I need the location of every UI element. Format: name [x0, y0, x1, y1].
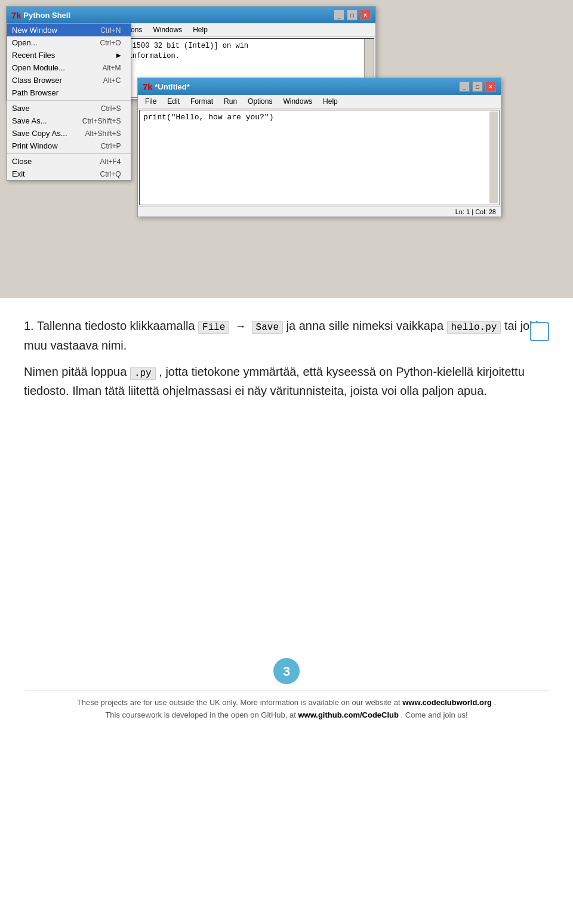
menu-print-window-shortcut: Ctrl+P — [101, 142, 121, 150]
menu-separator-2 — [7, 153, 131, 154]
footer-text-1: These projects are for use outside the U… — [77, 698, 401, 707]
content-area: 1. Tallenna tiedosto klikkaamalla File →… — [0, 298, 573, 746]
editor-window: 7k *Untitled* _ □ × File Edit Format Run… — [137, 78, 501, 217]
menu-close[interactable]: Close Alt+F4 — [7, 155, 131, 168]
file-code: File — [198, 321, 229, 334]
editor-menu-run[interactable]: Run — [219, 96, 242, 107]
page-number-area: 3 — [24, 658, 549, 684]
save-code: Save — [252, 321, 283, 334]
menu-close-shortcut: Alt+F4 — [100, 157, 121, 166]
para1-mid: ja anna sille nimeksi vaikkapa — [286, 319, 447, 332]
shell-minimize-btn[interactable]: _ — [334, 10, 344, 20]
editor-content[interactable]: print("Hello, how are you?") — [139, 110, 500, 205]
menu-save-copy-as-label: Save Copy As... — [12, 129, 67, 138]
shell-maximize-btn[interactable]: □ — [347, 10, 358, 20]
shell-close-btn[interactable]: × — [360, 10, 371, 20]
page-number: 3 — [273, 658, 300, 684]
editor-menu-windows[interactable]: Windows — [278, 96, 317, 107]
editor-tk-icon: 7k — [143, 82, 153, 92]
editor-titlebar: 7k *Untitled* _ □ × — [138, 78, 501, 95]
menu-save-as[interactable]: Save As... Ctrl+Shift+S — [7, 115, 131, 127]
menu-exit[interactable]: Exit Ctrl+Q — [7, 168, 131, 180]
file-dropdown-menu: New Window Ctrl+N Open... Ctrl+O Recent … — [7, 23, 131, 181]
menu-close-label: Close — [12, 157, 32, 166]
hello-py-code: hello.py — [447, 321, 501, 334]
paragraph-2: Nimen pitää loppua .py , jotta tietokone… — [24, 362, 549, 401]
footer-line-2: This coursework is developed in the open… — [36, 709, 537, 722]
editor-menu-file[interactable]: File — [140, 96, 161, 107]
arrow-span: → — [235, 320, 246, 332]
menu-path-browser[interactable]: Path Browser — [7, 86, 131, 99]
editor-code-line: print("Hello, how are you?") — [143, 113, 487, 122]
menu-open[interactable]: Open... Ctrl+O — [7, 36, 131, 49]
menu-recent-files[interactable]: Recent Files — [7, 49, 131, 61]
menu-path-browser-label: Path Browser — [12, 88, 58, 97]
menu-class-browser-label: Class Browser — [12, 76, 62, 85]
menu-print-window[interactable]: Print Window Ctrl+P — [7, 140, 131, 152]
menu-separator-1 — [7, 100, 131, 101]
menu-new-window-shortcut: Ctrl+N — [100, 26, 121, 35]
menu-class-browser-shortcut: Alt+C — [103, 76, 121, 85]
shell-menu-windows[interactable]: Windows — [148, 24, 187, 35]
menu-save-shortcut: Ctrl+S — [101, 104, 121, 113]
menu-save-as-label: Save As... — [12, 116, 47, 125]
editor-titlebar-controls: _ □ × — [459, 81, 496, 92]
para2-before: Nimen pitää loppua — [24, 365, 130, 378]
editor-menu-options[interactable]: Options — [243, 96, 277, 107]
editor-close-btn[interactable]: × — [485, 81, 496, 92]
shell-tk-icon: 7k — [11, 10, 21, 20]
paragraph-1: 1. Tallenna tiedosto klikkaamalla File →… — [24, 316, 549, 355]
editor-menu-help[interactable]: Help — [318, 96, 343, 107]
empty-area — [24, 407, 549, 634]
menu-open-label: Open... — [12, 38, 38, 47]
footer-text-2-end: . Come and join us! — [401, 710, 468, 719]
menu-open-module[interactable]: Open Module... Alt+M — [7, 61, 131, 74]
menu-new-window[interactable]: New Window Ctrl+N — [7, 24, 131, 36]
editor-maximize-btn[interactable]: □ — [472, 81, 483, 92]
menu-new-window-label: New Window — [12, 26, 57, 35]
footer-text-2: This coursework is developed in the open… — [105, 710, 295, 719]
menu-class-browser[interactable]: Class Browser Alt+C — [7, 74, 131, 86]
footer-website-1[interactable]: www.codeclubworld.org — [402, 698, 492, 707]
editor-title: *Untitled* — [155, 82, 190, 91]
shell-menu-help[interactable]: Help — [188, 24, 212, 35]
menu-open-module-label: Open Module... — [12, 63, 65, 72]
menu-exit-shortcut: Ctrl+Q — [100, 170, 121, 178]
editor-menu-bar: File Edit Format Run Options Windows Hel… — [138, 95, 501, 109]
py-ext-code: .py — [130, 367, 156, 380]
shell-titlebar: 7k Python Shell _ □ × — [7, 7, 375, 23]
editor-menu-edit[interactable]: Edit — [162, 96, 184, 107]
para1-before: Tallenna tiedosto klikkaamalla — [37, 319, 198, 332]
step-1: 1. Tallenna tiedosto klikkaamalla File →… — [24, 316, 549, 400]
menu-exit-label: Exit — [12, 169, 25, 178]
menu-save-copy-as[interactable]: Save Copy As... Alt+Shift+S — [7, 127, 131, 140]
footer: These projects are for use outside the U… — [24, 690, 549, 734]
editor-minimize-btn[interactable]: _ — [459, 81, 470, 92]
shell-title: Python Shell — [23, 11, 70, 20]
editor-scrollbar[interactable] — [489, 112, 498, 203]
menu-save[interactable]: Save Ctrl+S — [7, 102, 131, 115]
footer-website-2[interactable]: www.github.com/CodeClub — [298, 710, 399, 719]
menu-open-module-shortcut: Alt+M — [103, 64, 121, 72]
editor-statusbar: Ln: 1 | Col: 28 — [138, 206, 501, 217]
menu-save-label: Save — [12, 104, 30, 113]
step-checkbox[interactable] — [530, 322, 549, 341]
footer-line-1: These projects are for use outside the U… — [36, 697, 537, 709]
menu-open-shortcut: Ctrl+O — [100, 39, 121, 47]
shell-titlebar-controls: _ □ × — [334, 10, 371, 20]
editor-menu-format[interactable]: Format — [186, 96, 218, 107]
menu-print-window-label: Print Window — [12, 141, 58, 150]
footer-text-1-end: . — [494, 698, 497, 707]
screenshot-area: 7k Python Shell _ □ × File Edit Shell De… — [0, 0, 573, 298]
menu-recent-files-label: Recent Files — [12, 51, 55, 60]
menu-save-copy-as-shortcut: Alt+Shift+S — [85, 129, 121, 138]
step-number: 1. — [24, 319, 34, 332]
menu-save-as-shortcut: Ctrl+Shift+S — [82, 117, 121, 125]
